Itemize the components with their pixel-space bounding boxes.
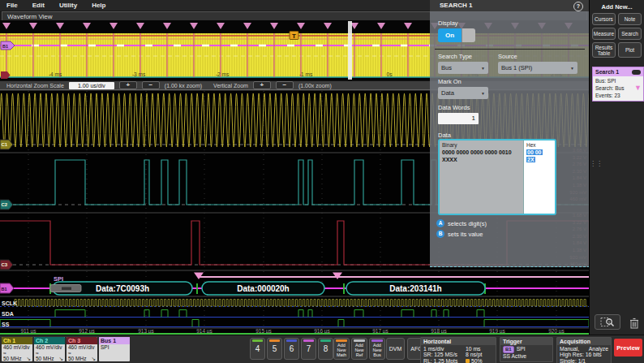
visibility-toggle-icon[interactable] <box>632 70 641 75</box>
hex-value[interactable]: 00 00 2X <box>526 149 552 163</box>
svg-text:C1: C1 <box>2 142 8 147</box>
horizontal-row: SR: 125 MS/s8 ns/pt <box>423 352 493 357</box>
acquisition-row: High Res: 16 bits <box>560 352 608 357</box>
horizontal-zoom-scale-input[interactable]: 1.00 us/div <box>69 82 114 89</box>
mark-on-label: Mark On <box>438 78 462 85</box>
search-1-badge-header[interactable]: Search 1 <box>593 67 643 76</box>
bus-badge-bus1[interactable]: Bus 1SPI <box>99 337 130 361</box>
plot-button[interactable]: Plot <box>618 42 642 58</box>
channel-badge-ch3[interactable]: Ch 3460 mV/div≈50 MHz↘ <box>67 337 97 361</box>
search-type-value: Bus <box>441 64 452 71</box>
horizontal-row: RL: 1.25 Mpts50% <box>423 358 493 363</box>
channel-5-button[interactable]: 5 <box>267 338 282 360</box>
delete-button[interactable] <box>627 316 642 330</box>
data-entry-box[interactable]: Binary 0000 0000 0000 0000 0010 XXXX Hex… <box>438 139 556 215</box>
display-toggle[interactable]: On <box>438 28 475 42</box>
spi-bus-label: SPI <box>54 275 63 283</box>
hint-b: B sets its value <box>436 230 483 238</box>
mark-on-dropdown[interactable]: Data ▼ <box>438 87 488 99</box>
svg-text:C2: C2 <box>2 202 8 207</box>
search-panel-title: SEARCH 1 <box>440 2 472 9</box>
coupling-icon: ≈ <box>67 350 97 356</box>
preview-button[interactable]: Preview <box>614 339 642 357</box>
channel-6-button[interactable]: 6 <box>284 338 299 360</box>
binary-pane[interactable]: Binary 0000 0000 0000 0000 0010 XXXX <box>440 140 523 214</box>
h-zoom-out-button[interactable]: − <box>142 81 160 89</box>
channel-7-button[interactable]: 7 <box>301 338 316 360</box>
zoom-mode-button[interactable] <box>595 314 620 330</box>
channel-color-stripe <box>252 339 263 342</box>
channel-badge-ch2[interactable]: Ch 2460 mV/div≈50 MHz↘ <box>34 337 65 361</box>
measure-button[interactable]: Measure <box>592 28 616 40</box>
channel-color-stripe <box>269 339 280 342</box>
v-zoom-out-button[interactable]: − <box>276 81 294 89</box>
channel-bandwidth: 50 MHz↘ <box>34 356 65 361</box>
note-button[interactable]: Note <box>618 13 642 25</box>
chevron-down-icon: ▼ <box>570 66 574 71</box>
channel-4-button[interactable]: 4 <box>250 338 265 360</box>
search-type-label: Search Type <box>438 53 472 60</box>
svg-text:0s: 0s <box>387 71 393 77</box>
search-type-dropdown[interactable]: Bus ▼ <box>438 62 488 74</box>
settings-bar: Ch 1460 mV/div≈50 MHz↘Ch 2460 mV/div≈50 … <box>0 335 644 363</box>
search-button[interactable]: Search <box>618 28 642 40</box>
add-new-button-grid: CursorsNoteMeasureSearchResults TablePlo… <box>592 13 642 58</box>
cursors-button[interactable]: Cursors <box>592 13 616 25</box>
expansion-point-icon <box>466 359 470 363</box>
mark-on-value: Data <box>441 89 454 97</box>
add-color-stripe <box>354 339 365 342</box>
search-1-badge[interactable]: Search 1 ▼ Bus: SPISearch: BusEvents: 23 <box>592 67 644 102</box>
dvm-button[interactable]: DVM <box>386 338 405 360</box>
multipurpose-a-icon: A <box>436 219 444 227</box>
svg-text:B1: B1 <box>2 44 8 49</box>
trigger-indicator[interactable]: T <box>290 32 298 40</box>
zoom-window-indicator[interactable] <box>348 21 352 80</box>
trigger-source-badge: B1 <box>503 346 514 353</box>
svg-text:T: T <box>292 32 296 40</box>
channel-badge-header: Ch 1 <box>2 337 32 344</box>
hex-pane[interactable]: Hex 00 00 2X <box>523 140 555 214</box>
add-new-bus-button[interactable]: Add New Bus <box>369 338 385 360</box>
add-new-ref-button[interactable]: Add New Ref <box>351 338 367 360</box>
horizontal-value: RL: 1.25 Mpts <box>423 358 466 363</box>
results-table-button[interactable]: Results Table <box>592 42 616 58</box>
chevron-down-icon: ▼ <box>481 66 485 71</box>
acquisition-badge[interactable]: Acquisition Manual, Analyze High Res: 16… <box>556 337 612 363</box>
binary-value[interactable]: 0000 0000 0000 0000 0010 XXXX <box>442 149 521 163</box>
search-mark-icon: ▼ <box>634 84 642 92</box>
menu-help[interactable]: Help <box>92 2 105 9</box>
menu-edit[interactable]: Edit <box>32 2 45 9</box>
svg-text:C3: C3 <box>2 262 8 267</box>
add-color-stripe <box>371 339 383 342</box>
panel-drag-handle[interactable]: ⋮⋮ <box>590 162 603 166</box>
search-1-info-line: Events: 23 <box>595 92 641 99</box>
spi-data-packet: Data:203141h <box>346 282 485 295</box>
channel-bandwidth: 50 MHz↘ <box>67 356 97 361</box>
search-1-badge-body: ▼ Bus: SPISearch: BusEvents: 23 <box>593 76 643 101</box>
v-zoom-in-button[interactable]: + <box>253 81 271 89</box>
data-words-input[interactable]: 1 <box>438 113 479 124</box>
acquisition-row: Single: 1/1 <box>560 358 608 363</box>
horizontal-value: 10 ms <box>466 346 481 352</box>
horizontal-zoom-scale-label: Horizontal Zoom Scale <box>6 83 64 89</box>
svg-text:-2 ms: -2 ms <box>216 71 230 77</box>
svg-text:-3 ms: -3 ms <box>132 71 146 77</box>
channel-8-button[interactable]: 8 <box>318 338 333 360</box>
add-new-label: Add New... <box>590 3 644 11</box>
help-icon[interactable]: ? <box>573 2 583 11</box>
menu-utility[interactable]: Utility <box>59 2 77 9</box>
channel-badge-ch1[interactable]: Ch 1460 mV/div≈50 MHz↘ <box>2 337 32 361</box>
trigger-detail: SS Active <box>503 353 550 359</box>
trigger-badge[interactable]: Trigger B1SPI SS Active <box>500 337 553 362</box>
channel-badge-header: Ch 3 <box>67 337 97 344</box>
horizontal-badge[interactable]: Horizontal 1 ms/div10 msSR: 125 MS/s8 ns… <box>420 337 496 363</box>
h-zoom-in-button[interactable]: + <box>119 81 137 89</box>
horizontal-value: 8 ns/pt <box>466 352 482 357</box>
data-words-label: Data Words <box>438 104 470 111</box>
bandwidth-icon: ↘ <box>59 356 63 361</box>
display-label: Display <box>438 19 458 27</box>
add-new-math-button[interactable]: Add New Math <box>333 338 350 360</box>
menu-file[interactable]: File <box>6 2 18 9</box>
trigger-type: SPI <box>517 346 526 352</box>
source-dropdown[interactable]: Bus 1 (SPI) ▼ <box>498 62 577 74</box>
